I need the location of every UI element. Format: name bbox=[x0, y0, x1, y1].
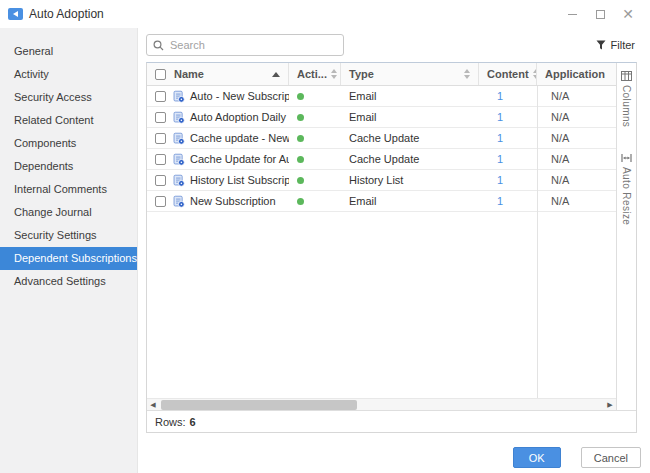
scroll-left-icon[interactable]: ◀ bbox=[147, 399, 159, 411]
search-input[interactable] bbox=[170, 39, 337, 51]
sidebar-item-general[interactable]: General bbox=[0, 40, 137, 63]
active-status-dot bbox=[297, 198, 304, 205]
column-header-active[interactable]: Acti... bbox=[289, 63, 341, 85]
row-name: New Subscription bbox=[190, 195, 276, 207]
row-checkbox[interactable] bbox=[155, 133, 166, 144]
title-bar: Auto Adoption ✕ bbox=[0, 0, 650, 28]
sidebar-item-activity[interactable]: Activity bbox=[0, 63, 137, 86]
grid-tools-strip: Columns Auto Resize bbox=[616, 63, 636, 410]
content-count-link[interactable]: 1 bbox=[497, 111, 503, 123]
row-type: Cache Update bbox=[341, 153, 479, 165]
sidebar-item-components[interactable]: Components bbox=[0, 132, 137, 155]
content-count-link[interactable]: 1 bbox=[497, 195, 503, 207]
table-row[interactable]: Cache Update for Aut... Cache Update 1 N… bbox=[147, 149, 616, 170]
main-content: Filter Name bbox=[138, 28, 650, 473]
table-body: Auto - New Subscription Email 1 N/A Auto… bbox=[147, 86, 616, 398]
table-row[interactable]: New Subscription Email 1 N/A bbox=[147, 191, 616, 212]
content-count-link[interactable]: 1 bbox=[497, 90, 503, 102]
active-status-dot bbox=[297, 156, 304, 163]
row-application: N/A bbox=[537, 195, 616, 207]
subscription-icon bbox=[172, 153, 185, 166]
active-status-dot bbox=[297, 135, 304, 142]
row-checkbox[interactable] bbox=[155, 91, 166, 102]
row-application: N/A bbox=[537, 90, 616, 102]
sidebar-item-advanced-settings[interactable]: Advanced Settings bbox=[0, 270, 137, 293]
sort-ascending-icon[interactable] bbox=[272, 72, 280, 77]
content-count-link[interactable]: 1 bbox=[497, 174, 503, 186]
table-row[interactable]: Auto Adoption Daily Email 1 N/A bbox=[147, 107, 616, 128]
scrollbar-thumb[interactable] bbox=[161, 400, 357, 410]
auto-resize-button[interactable]: Auto Resize bbox=[621, 153, 632, 225]
columns-button[interactable]: Columns bbox=[621, 71, 632, 127]
search-icon bbox=[153, 40, 164, 51]
cancel-button[interactable]: Cancel bbox=[581, 447, 641, 468]
dialog-footer: OK Cancel bbox=[138, 447, 650, 468]
maximize-icon[interactable] bbox=[592, 6, 608, 22]
column-header-application[interactable]: Application bbox=[537, 63, 616, 85]
horizontal-scrollbar[interactable]: ◀ ▶ bbox=[147, 398, 616, 410]
column-header-content[interactable]: Content bbox=[479, 63, 537, 85]
sidebar-item-security-settings[interactable]: Security Settings bbox=[0, 224, 137, 247]
toolbar: Filter bbox=[138, 28, 650, 62]
rows-label: Rows: bbox=[155, 416, 186, 428]
column-divider bbox=[537, 86, 538, 398]
table-row[interactable]: Cache update - New ... Cache Update 1 N/… bbox=[147, 128, 616, 149]
sidebar-item-dependent-subscriptions[interactable]: Dependent Subscriptions bbox=[0, 247, 137, 270]
subscription-icon bbox=[172, 90, 185, 103]
subscriptions-grid-panel: Name Acti... Type Co bbox=[146, 62, 637, 433]
table-header: Name Acti... Type Co bbox=[147, 63, 616, 86]
row-type: Cache Update bbox=[341, 132, 479, 144]
row-application: N/A bbox=[537, 132, 616, 144]
active-status-dot bbox=[297, 114, 304, 121]
active-status-dot bbox=[297, 177, 304, 184]
sort-toggle-icon[interactable] bbox=[331, 69, 337, 79]
auto-resize-label: Auto Resize bbox=[621, 167, 632, 225]
sidebar-item-change-journal[interactable]: Change Journal bbox=[0, 201, 137, 224]
row-checkbox[interactable] bbox=[155, 196, 166, 207]
row-application: N/A bbox=[537, 111, 616, 123]
sidebar-item-related-content[interactable]: Related Content bbox=[0, 109, 137, 132]
filter-icon bbox=[596, 40, 606, 50]
row-checkbox[interactable] bbox=[155, 112, 166, 123]
row-name: Cache Update for Aut... bbox=[190, 153, 289, 165]
sidebar-item-internal-comments[interactable]: Internal Comments bbox=[0, 178, 137, 201]
sidebar: General Activity Security Access Related… bbox=[0, 28, 138, 473]
search-box bbox=[146, 34, 344, 56]
row-type: History List bbox=[341, 174, 479, 186]
row-checkbox[interactable] bbox=[155, 154, 166, 165]
content-count-link[interactable]: 1 bbox=[497, 153, 503, 165]
row-application: N/A bbox=[537, 174, 616, 186]
sidebar-item-dependents[interactable]: Dependents bbox=[0, 155, 137, 178]
minimize-icon[interactable] bbox=[564, 6, 580, 22]
row-checkbox[interactable] bbox=[155, 175, 166, 186]
columns-label: Columns bbox=[621, 85, 632, 127]
select-all-checkbox[interactable] bbox=[155, 69, 166, 80]
subscription-icon bbox=[172, 111, 185, 124]
scroll-right-icon[interactable]: ▶ bbox=[604, 399, 616, 411]
row-name: Auto - New Subscription bbox=[190, 90, 289, 102]
table-row[interactable]: Auto - New Subscription Email 1 N/A bbox=[147, 86, 616, 107]
rows-count: 6 bbox=[190, 416, 196, 428]
subscriptions-table: Name Acti... Type Co bbox=[147, 63, 616, 410]
column-header-type[interactable]: Type bbox=[341, 63, 479, 85]
sort-toggle-icon[interactable] bbox=[464, 69, 470, 79]
row-type: Email bbox=[341, 195, 479, 207]
subscription-icon bbox=[172, 195, 185, 208]
app-icon bbox=[8, 8, 23, 20]
column-header-name[interactable]: Name bbox=[147, 63, 289, 85]
window-title: Auto Adoption bbox=[29, 7, 104, 21]
filter-button[interactable]: Filter bbox=[596, 39, 635, 51]
close-icon[interactable]: ✕ bbox=[620, 6, 636, 22]
row-name: Cache update - New ... bbox=[190, 132, 289, 144]
row-name: History List Subscription bbox=[190, 174, 289, 186]
sidebar-item-security-access[interactable]: Security Access bbox=[0, 86, 137, 109]
table-row[interactable]: History List Subscription History List 1… bbox=[147, 170, 616, 191]
subscription-icon bbox=[172, 174, 185, 187]
columns-icon bbox=[621, 71, 632, 81]
content-count-link[interactable]: 1 bbox=[497, 132, 503, 144]
scrollbar-track[interactable] bbox=[159, 399, 604, 411]
auto-resize-icon bbox=[621, 153, 632, 163]
window-controls: ✕ bbox=[564, 6, 650, 22]
row-type: Email bbox=[341, 111, 479, 123]
ok-button[interactable]: OK bbox=[513, 447, 561, 468]
